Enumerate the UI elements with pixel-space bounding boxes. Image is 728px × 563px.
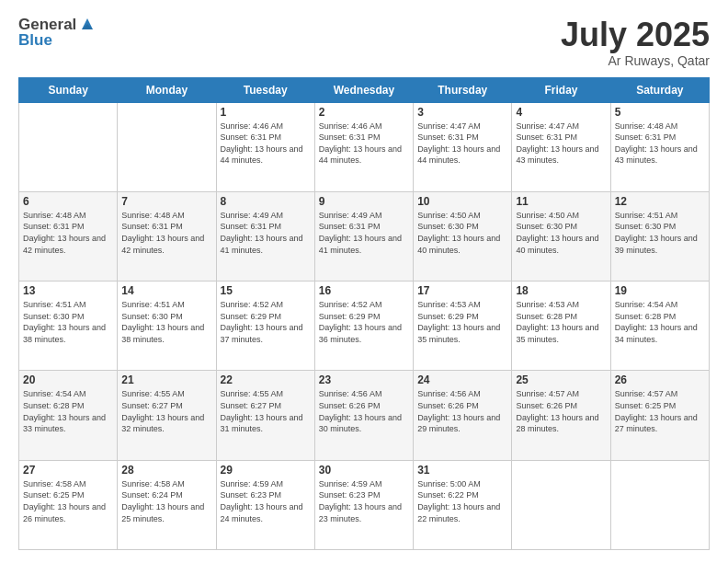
cell-content: Sunrise: 4:58 AMSunset: 6:25 PMDaylight:… <box>23 478 113 524</box>
table-row: 29Sunrise: 4:59 AMSunset: 6:23 PMDayligh… <box>216 460 314 549</box>
cell-content: Sunrise: 4:50 AMSunset: 6:30 PMDaylight:… <box>516 210 606 256</box>
day-number: 12 <box>615 195 705 208</box>
cell-content: Sunrise: 4:53 AMSunset: 6:28 PMDaylight:… <box>516 299 606 345</box>
day-number: 4 <box>516 106 606 119</box>
calendar-header-row: Sunday Monday Tuesday Wednesday Thursday… <box>19 77 710 102</box>
table-row: 15Sunrise: 4:52 AMSunset: 6:29 PMDayligh… <box>216 282 314 371</box>
header-thursday: Thursday <box>414 77 512 102</box>
day-number: 16 <box>319 284 409 297</box>
table-row: 4Sunrise: 4:47 AMSunset: 6:31 PMDaylight… <box>512 102 610 191</box>
day-number: 26 <box>615 373 705 386</box>
table-row: 12Sunrise: 4:51 AMSunset: 6:30 PMDayligh… <box>610 191 709 281</box>
table-row: 19Sunrise: 4:54 AMSunset: 6:28 PMDayligh… <box>610 282 709 371</box>
table-row <box>610 460 709 549</box>
cell-content: Sunrise: 5:00 AMSunset: 6:22 PMDaylight:… <box>417 478 507 524</box>
title-block: July 2025 Ar Ruways, Qatar <box>561 17 710 68</box>
cell-content: Sunrise: 4:48 AMSunset: 6:31 PMDaylight:… <box>121 210 211 256</box>
day-number: 13 <box>23 284 113 297</box>
table-row: 3Sunrise: 4:47 AMSunset: 6:31 PMDaylight… <box>414 102 512 191</box>
table-row: 27Sunrise: 4:58 AMSunset: 6:25 PMDayligh… <box>19 460 118 549</box>
day-number: 2 <box>319 106 409 119</box>
cell-content: Sunrise: 4:59 AMSunset: 6:23 PMDaylight:… <box>221 478 311 524</box>
cell-content: Sunrise: 4:54 AMSunset: 6:28 PMDaylight:… <box>23 388 113 434</box>
table-row: 17Sunrise: 4:53 AMSunset: 6:29 PMDayligh… <box>414 282 512 371</box>
header-monday: Monday <box>118 77 216 102</box>
header-saturday: Saturday <box>610 77 709 102</box>
cell-content: Sunrise: 4:46 AMSunset: 6:31 PMDaylight:… <box>221 121 311 167</box>
cell-content: Sunrise: 4:52 AMSunset: 6:29 PMDaylight:… <box>221 299 311 345</box>
table-row <box>512 460 610 549</box>
table-row: 26Sunrise: 4:57 AMSunset: 6:25 PMDayligh… <box>610 371 709 460</box>
table-row: 13Sunrise: 4:51 AMSunset: 6:30 PMDayligh… <box>19 282 118 371</box>
cell-content: Sunrise: 4:59 AMSunset: 6:23 PMDaylight:… <box>319 478 409 524</box>
table-row: 6Sunrise: 4:48 AMSunset: 6:31 PMDaylight… <box>19 191 118 281</box>
day-number: 18 <box>516 284 606 297</box>
header-friday: Friday <box>512 77 610 102</box>
cell-content: Sunrise: 4:56 AMSunset: 6:26 PMDaylight:… <box>417 388 507 434</box>
day-number: 27 <box>23 464 113 477</box>
cell-content: Sunrise: 4:47 AMSunset: 6:31 PMDaylight:… <box>417 121 507 167</box>
day-number: 25 <box>516 373 606 386</box>
cell-content: Sunrise: 4:57 AMSunset: 6:26 PMDaylight:… <box>516 388 606 434</box>
day-number: 1 <box>221 106 311 119</box>
day-number: 5 <box>615 106 705 119</box>
cell-content: Sunrise: 4:49 AMSunset: 6:31 PMDaylight:… <box>319 210 409 256</box>
cell-content: Sunrise: 4:54 AMSunset: 6:28 PMDaylight:… <box>615 299 705 345</box>
day-number: 8 <box>221 195 311 208</box>
cell-content: Sunrise: 4:48 AMSunset: 6:31 PMDaylight:… <box>615 121 705 167</box>
cell-content: Sunrise: 4:52 AMSunset: 6:29 PMDaylight:… <box>319 299 409 345</box>
cell-content: Sunrise: 4:46 AMSunset: 6:31 PMDaylight:… <box>319 121 409 167</box>
cell-content: Sunrise: 4:49 AMSunset: 6:31 PMDaylight:… <box>221 210 311 256</box>
table-row <box>118 102 216 191</box>
table-row: 2Sunrise: 4:46 AMSunset: 6:31 PMDaylight… <box>314 102 413 191</box>
day-number: 6 <box>23 195 113 208</box>
table-row: 8Sunrise: 4:49 AMSunset: 6:31 PMDaylight… <box>216 191 314 281</box>
cell-content: Sunrise: 4:50 AMSunset: 6:30 PMDaylight:… <box>417 210 507 256</box>
header-wednesday: Wednesday <box>314 77 413 102</box>
cell-content: Sunrise: 4:58 AMSunset: 6:24 PMDaylight:… <box>121 478 211 524</box>
table-row: 30Sunrise: 4:59 AMSunset: 6:23 PMDayligh… <box>314 460 413 549</box>
table-row: 14Sunrise: 4:51 AMSunset: 6:30 PMDayligh… <box>118 282 216 371</box>
calendar-table: Sunday Monday Tuesday Wednesday Thursday… <box>18 77 710 550</box>
table-row: 18Sunrise: 4:53 AMSunset: 6:28 PMDayligh… <box>512 282 610 371</box>
logo-blue: Blue <box>18 32 97 50</box>
table-row: 10Sunrise: 4:50 AMSunset: 6:30 PMDayligh… <box>414 191 512 281</box>
day-number: 9 <box>319 195 409 208</box>
table-row: 20Sunrise: 4:54 AMSunset: 6:28 PMDayligh… <box>19 371 118 460</box>
page-header: General Blue July 2025 Ar Ruways, Qatar <box>18 17 710 68</box>
day-number: 19 <box>615 284 705 297</box>
day-number: 21 <box>121 373 211 386</box>
day-number: 22 <box>221 373 311 386</box>
cell-content: Sunrise: 4:56 AMSunset: 6:26 PMDaylight:… <box>319 388 409 434</box>
cell-content: Sunrise: 4:55 AMSunset: 6:27 PMDaylight:… <box>121 388 211 434</box>
table-row: 9Sunrise: 4:49 AMSunset: 6:31 PMDaylight… <box>314 191 413 281</box>
table-row: 22Sunrise: 4:55 AMSunset: 6:27 PMDayligh… <box>216 371 314 460</box>
table-row: 5Sunrise: 4:48 AMSunset: 6:31 PMDaylight… <box>610 102 709 191</box>
table-row: 21Sunrise: 4:55 AMSunset: 6:27 PMDayligh… <box>118 371 216 460</box>
cell-content: Sunrise: 4:55 AMSunset: 6:27 PMDaylight:… <box>221 388 311 434</box>
day-number: 17 <box>417 284 507 297</box>
table-row: 23Sunrise: 4:56 AMSunset: 6:26 PMDayligh… <box>314 371 413 460</box>
day-number: 15 <box>221 284 311 297</box>
day-number: 31 <box>417 464 507 477</box>
cell-content: Sunrise: 4:48 AMSunset: 6:31 PMDaylight:… <box>23 210 113 256</box>
logo: General Blue <box>18 17 97 49</box>
day-number: 23 <box>319 373 409 386</box>
day-number: 20 <box>23 373 113 386</box>
table-row <box>19 102 118 191</box>
logo-icon <box>78 15 97 33</box>
cell-content: Sunrise: 4:51 AMSunset: 6:30 PMDaylight:… <box>615 210 705 256</box>
cell-content: Sunrise: 4:57 AMSunset: 6:25 PMDaylight:… <box>615 388 705 434</box>
header-tuesday: Tuesday <box>216 77 314 102</box>
day-number: 24 <box>417 373 507 386</box>
cell-content: Sunrise: 4:53 AMSunset: 6:29 PMDaylight:… <box>417 299 507 345</box>
table-row: 16Sunrise: 4:52 AMSunset: 6:29 PMDayligh… <box>314 282 413 371</box>
table-row: 25Sunrise: 4:57 AMSunset: 6:26 PMDayligh… <box>512 371 610 460</box>
day-number: 29 <box>221 464 311 477</box>
day-number: 30 <box>319 464 409 477</box>
day-number: 3 <box>417 106 507 119</box>
day-number: 10 <box>417 195 507 208</box>
cell-content: Sunrise: 4:51 AMSunset: 6:30 PMDaylight:… <box>121 299 211 345</box>
table-row: 28Sunrise: 4:58 AMSunset: 6:24 PMDayligh… <box>118 460 216 549</box>
day-number: 28 <box>121 464 211 477</box>
